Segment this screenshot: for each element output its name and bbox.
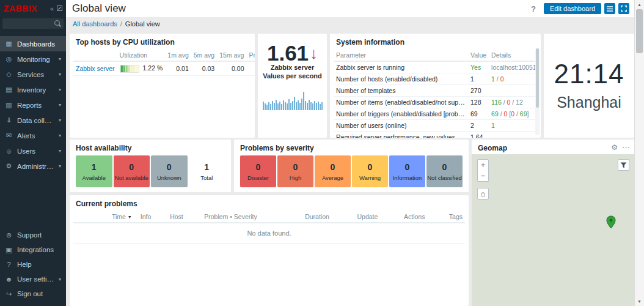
value-cell: 1.64 xyxy=(468,132,489,138)
value-5m-avg: 0.03 xyxy=(191,61,217,75)
status-count: 0 xyxy=(368,162,373,172)
zoom-in-button[interactable]: + xyxy=(477,159,489,171)
status-label: Available xyxy=(82,174,106,181)
details-cell xyxy=(489,132,539,138)
sparkline-bar xyxy=(276,100,277,110)
host-link[interactable]: Zabbix server xyxy=(76,65,115,72)
status-label: Total xyxy=(200,174,213,181)
chevron-down-icon: ▾ xyxy=(59,133,61,138)
widget-geomap: Geomap ⚙ ⋯ + − ⌂ xyxy=(472,140,634,306)
parameter-cell: Number of items (enabled/disabled/not su… xyxy=(334,97,468,108)
dashboards-icon: ▦ xyxy=(5,40,13,48)
sidebar-item-label: Users xyxy=(17,147,35,155)
details-part: / xyxy=(499,110,504,118)
hide-sidebar-icon[interactable] xyxy=(57,6,62,12)
sidebar-item-label: Help xyxy=(17,261,32,268)
sidebar-item-inventory[interactable]: ▤Inventory▾ xyxy=(0,82,66,97)
scroll-down-icon[interactable]: ▼ xyxy=(635,299,644,304)
status-label: Information xyxy=(393,174,422,181)
sidebar-item-label: Support xyxy=(17,231,42,239)
map-marker-icon[interactable] xyxy=(606,215,616,229)
status-count: 0 xyxy=(167,162,172,172)
chevron-down-icon: ▾ xyxy=(59,163,61,169)
collapse-sidebar-icon[interactable]: « xyxy=(50,6,54,12)
widget-scrollbar[interactable] xyxy=(535,48,540,135)
sparkline-bar xyxy=(298,100,299,110)
column-header-time[interactable]: Time▼ xyxy=(73,211,138,223)
sidebar-item-sign-out[interactable]: ↪Sign out xyxy=(0,286,66,301)
sparkline-bar xyxy=(318,102,319,110)
sidebar-item-user-settings[interactable]: ☻User settings▾ xyxy=(0,272,66,286)
sidebar-item-services[interactable]: ◇Services▾ xyxy=(0,67,66,82)
kiosk-mode-button[interactable] xyxy=(618,3,629,14)
gear-icon[interactable]: ⚙ xyxy=(611,144,618,151)
column-header-host[interactable]: Host xyxy=(167,211,202,223)
scroll-up-icon[interactable]: ▲ xyxy=(635,2,644,7)
vps-host-label: Zabbix server xyxy=(271,64,315,72)
sidebar-search xyxy=(2,18,64,29)
more-options-icon[interactable]: ⋯ xyxy=(622,144,629,151)
sidebar-item-dashboards[interactable]: ▦Dashboards xyxy=(0,36,66,51)
sidebar-item-administration[interactable]: ⚙Administration▾ xyxy=(0,159,66,174)
widget-clock: 21:14 Shanghai xyxy=(544,34,634,138)
details-part: / xyxy=(495,75,500,83)
filter-button[interactable] xyxy=(618,159,629,171)
widget-title-host-availability: Host availability xyxy=(70,140,231,155)
sidebar-item-label: Dashboards xyxy=(17,40,55,48)
column-header-tags: Tags xyxy=(447,211,465,223)
status-label: Average xyxy=(322,174,343,181)
scrollbar-thumb[interactable] xyxy=(536,48,539,108)
column-header-duration[interactable]: Duration xyxy=(302,211,354,223)
widget-title-system-information: System information xyxy=(330,34,541,50)
hamburger-menu-button[interactable] xyxy=(604,3,615,14)
status-count: 0 xyxy=(331,162,335,172)
home-button[interactable]: ⌂ xyxy=(477,188,489,200)
sidebar-item-data-collection[interactable]: ⇓Data collection▾ xyxy=(0,113,66,128)
status-label: Warning xyxy=(359,174,381,181)
sidebar-item-help[interactable]: ?Help xyxy=(0,257,66,272)
edit-dashboard-button[interactable]: Edit dashboard xyxy=(544,3,601,14)
details-part: 69 xyxy=(491,110,499,118)
column-header-problem-severity[interactable]: Problem • Severity xyxy=(202,211,302,223)
status-count: 0 xyxy=(256,162,261,172)
chevron-down-icon: ▾ xyxy=(59,118,61,123)
widget-values-per-second: 1.61 ↓ Zabbix server Values per second xyxy=(258,34,327,138)
sidebar-item-alerts[interactable]: ✉Alerts▾ xyxy=(0,128,66,143)
details-cell: 1 xyxy=(489,120,539,132)
breadcrumb-all-dashboards[interactable]: All dashboards xyxy=(73,20,117,28)
search-icon[interactable] xyxy=(54,20,60,26)
value-cell: 128 xyxy=(468,97,489,108)
sparkline-bar xyxy=(287,103,288,110)
empty-message: No data found. xyxy=(73,223,465,244)
column-header-info[interactable]: Info xyxy=(138,211,167,223)
zoom-out-button[interactable]: − xyxy=(477,170,489,182)
system-info-row: Required server performance, new values … xyxy=(334,132,539,138)
zabbix-logo[interactable]: ZABBIX xyxy=(4,4,37,13)
sidebar-item-support[interactable]: ⊚Support xyxy=(0,228,66,242)
widget-current-problems: Current problems Time▼ Info Host Problem… xyxy=(70,195,469,306)
sidebar-item-label: Data collection xyxy=(17,117,54,124)
help-icon[interactable]: ? xyxy=(526,4,541,13)
vps-metric-label: Values per second xyxy=(263,72,322,81)
chevron-down-icon: ▾ xyxy=(59,56,61,62)
widget-host-availability: Host availability 1Available0Not availab… xyxy=(70,140,231,192)
sidebar-item-label: User settings xyxy=(17,275,54,283)
geomap-map[interactable]: + − ⌂ xyxy=(472,154,634,306)
page-scrollbar[interactable]: ▲ ▼ xyxy=(634,0,644,306)
sidebar-item-reports[interactable]: ▥Reports▾ xyxy=(0,97,66,113)
sidebar-item-integrations[interactable]: ▣Integrations xyxy=(0,242,66,257)
sparkline-bar xyxy=(310,102,312,110)
chevron-down-icon: ▾ xyxy=(59,277,61,282)
sidebar-item-users[interactable]: ☺Users▾ xyxy=(0,143,66,159)
column-header-processes: Processes xyxy=(246,50,255,61)
sort-desc-icon: ▼ xyxy=(128,215,132,219)
page-scrollbar-thumb[interactable] xyxy=(636,9,643,53)
sparkline-bar xyxy=(270,104,271,110)
details-part: 0 xyxy=(500,75,504,83)
sidebar-item-monitoring[interactable]: ◎Monitoring▾ xyxy=(0,51,66,67)
value-text: 2 xyxy=(470,122,474,129)
services-icon: ◇ xyxy=(5,70,13,78)
sparkline-bar xyxy=(307,103,308,110)
inventory-icon: ▤ xyxy=(5,86,13,94)
status-box-average: 0Average xyxy=(315,155,351,187)
